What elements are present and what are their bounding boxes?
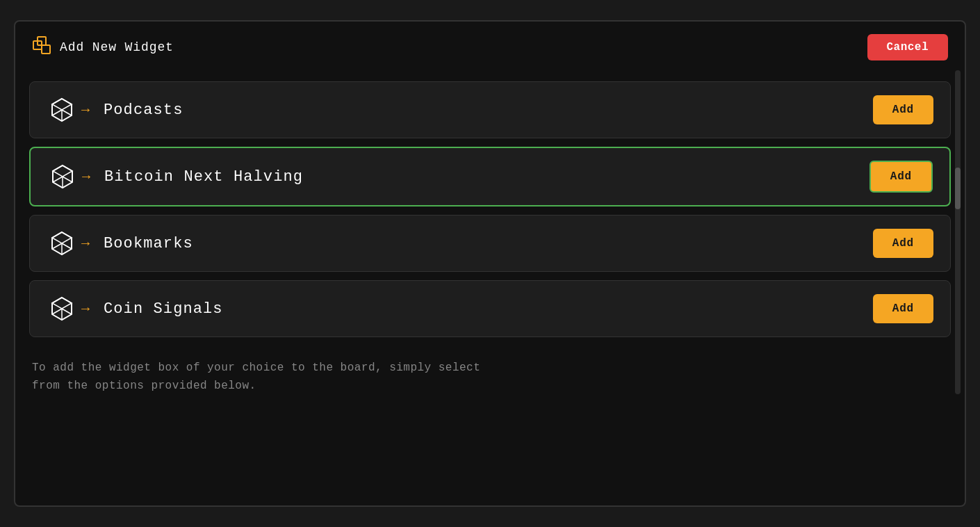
widget-item-coin-signals[interactable]: → Coin Signals Add (29, 280, 951, 337)
widget-item-left-bitcoin: → Bitcoin Next Halving (47, 161, 303, 192)
add-button-bitcoin[interactable]: Add (869, 161, 933, 193)
widget-item-left-bookmarks: → Bookmarks (47, 228, 193, 259)
svg-line-22 (62, 309, 72, 314)
widget-name-bitcoin: Bitcoin Next Halving (104, 168, 303, 186)
cancel-button[interactable]: Cancel (867, 34, 949, 60)
svg-rect-2 (42, 45, 50, 54)
modal-title-area: Add New Widget (32, 35, 174, 59)
scrollbar-thumb[interactable] (955, 168, 961, 209)
widget-name-coin-signals: Coin Signals (104, 300, 223, 318)
widget-icon-bookmarks: → (47, 228, 90, 259)
widget-item-bookmarks[interactable]: → Bookmarks Add (29, 215, 951, 272)
scrollbar[interactable] (955, 70, 961, 394)
widget-item-podcasts[interactable]: → Podcasts Add (29, 81, 951, 138)
svg-marker-9 (53, 165, 72, 177)
arrow-icon-coin-signals: → (81, 301, 90, 317)
svg-marker-14 (52, 232, 72, 243)
svg-line-7 (62, 110, 72, 115)
add-button-coin-signals[interactable]: Add (873, 294, 933, 323)
widget-item-left: → Podcasts (47, 95, 183, 125)
modal-header: Add New Widget Cancel (15, 22, 965, 73)
svg-line-12 (63, 177, 72, 182)
widget-icon-bitcoin: → (47, 161, 90, 192)
svg-marker-4 (52, 99, 72, 110)
widget-list: → Podcasts Add → Bitcoin (15, 73, 965, 346)
widget-item-left-coin-signals: → Coin Signals (47, 293, 223, 324)
arrow-icon-podcasts: → (81, 102, 90, 118)
add-widget-modal: Add New Widget Cancel → Podcasts (14, 20, 966, 507)
widget-title-icon (32, 35, 51, 59)
widget-icon-podcasts: → (47, 95, 90, 125)
widget-name-podcasts: Podcasts (104, 102, 183, 119)
arrow-icon-bitcoin: → (82, 169, 90, 185)
add-button-bookmarks[interactable]: Add (873, 229, 933, 258)
svg-line-17 (62, 243, 72, 249)
widget-item-bitcoin[interactable]: → Bitcoin Next Halving Add (29, 147, 951, 206)
widget-name-bookmarks: Bookmarks (104, 235, 193, 252)
svg-marker-19 (52, 298, 72, 309)
modal-footer: To add the widget box of your choice to … (15, 346, 965, 406)
arrow-icon-bookmarks: → (81, 236, 90, 252)
svg-line-11 (53, 177, 63, 182)
svg-line-16 (52, 243, 62, 249)
svg-line-6 (52, 110, 62, 115)
add-button-podcasts[interactable]: Add (873, 95, 933, 124)
widget-icon-coin-signals: → (47, 293, 90, 324)
svg-line-21 (52, 309, 62, 314)
footer-text: To add the widget box of your choice to … (32, 359, 948, 395)
modal-title: Add New Widget (60, 40, 174, 54)
